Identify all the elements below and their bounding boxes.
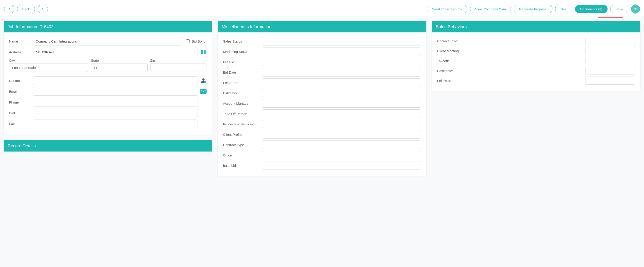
takeoff-input[interactable]	[586, 57, 635, 65]
marketing-status-input[interactable]	[262, 47, 421, 56]
name-label: Name	[9, 39, 30, 43]
city-label: City	[9, 59, 88, 62]
toolbar-left: Back	[4, 5, 48, 13]
fax-label: Fax	[9, 122, 30, 126]
misc-info-body: Sales Status Marketing Status Pre Bid Bi…	[218, 33, 426, 176]
save-button[interactable]: Save	[610, 5, 628, 13]
contract-type-label: Contract Type	[223, 143, 259, 147]
estimator-input[interactable]	[262, 89, 421, 97]
office-label: Office	[223, 153, 259, 157]
record-details-header: Record Details	[4, 140, 212, 151]
more-actions-button[interactable]	[631, 5, 640, 14]
zip-label: Zip	[150, 59, 207, 62]
estimator-label: Estimator	[223, 91, 259, 95]
followup-label: Follow up:	[437, 79, 582, 83]
pre-bid-label: Pre Bid	[223, 60, 259, 64]
misc-info-header: Miscellaneous Information	[218, 21, 426, 33]
add-contact-button[interactable]	[200, 78, 207, 84]
sales-behaviors-header: Sales Behaviors	[432, 21, 640, 33]
send-dataforma-button[interactable]: Send To DataForma	[427, 5, 467, 13]
base-bid-input[interactable]	[262, 161, 421, 170]
envelope-icon	[200, 89, 206, 94]
office-input[interactable]	[262, 151, 421, 159]
email-input[interactable]	[33, 87, 198, 96]
nav-prev-button[interactable]	[4, 5, 14, 13]
job-information-header: Job Information ID-6402	[4, 21, 212, 33]
toolbar-right: Send To DataForma View Company Cam Gener…	[427, 5, 640, 14]
right-column: Sales Behaviors Contact Lead: Client Mee…	[432, 21, 640, 96]
products-services-input[interactable]	[262, 120, 421, 128]
zip-input[interactable]	[150, 63, 207, 72]
takeoff-person-label: Take Off Person	[223, 112, 259, 116]
address-input[interactable]	[33, 48, 198, 56]
followup-input[interactable]	[586, 77, 635, 85]
documents-button[interactable]: Documents (2)	[575, 5, 607, 13]
nav-next-button[interactable]	[38, 5, 48, 13]
contract-type-input[interactable]	[262, 140, 421, 149]
phone-input[interactable]	[33, 98, 198, 107]
account-manager-label: Account Manager	[223, 102, 259, 105]
add-user-icon	[200, 78, 206, 84]
new-button[interactable]: New	[555, 5, 572, 13]
contact-input[interactable]	[33, 76, 198, 85]
client-profile-label: Client Profile	[223, 133, 259, 136]
address-label: Address	[9, 50, 30, 54]
bid-bond-label: Bid Bond	[192, 39, 206, 43]
name-input[interactable]	[33, 37, 183, 46]
client-meeting-label: Client Meeting:	[437, 49, 582, 53]
back-button[interactable]: Back	[17, 5, 35, 13]
client-profile-input[interactable]	[262, 130, 421, 139]
middle-column: Miscellaneous Information Sales Status M…	[218, 21, 426, 181]
generate-proposal-button[interactable]: Generate Proposal	[514, 5, 552, 13]
sales-status-input[interactable]	[262, 37, 421, 46]
cell-label: Cell	[9, 111, 30, 115]
map-button[interactable]	[200, 49, 207, 55]
job-information-card: Job Information ID-6402 Name Bid Bond Ad…	[4, 21, 212, 135]
state-input[interactable]	[91, 63, 148, 72]
send-email-button[interactable]	[200, 89, 207, 94]
city-input[interactable]	[9, 63, 88, 72]
phone-label: Phone	[9, 100, 30, 104]
sales-behaviors-body: Contact Lead: Client Meeting: Takeoff: E…	[432, 33, 640, 91]
left-column: Job Information ID-6402 Name Bid Bond Ad…	[4, 21, 212, 157]
misc-info-card: Miscellaneous Information Sales Status M…	[218, 21, 426, 176]
lead-from-label: Lead From	[223, 81, 259, 85]
sales-behaviors-card: Sales Behaviors Contact Lead: Client Mee…	[432, 21, 640, 91]
takeoff-person-input[interactable]	[262, 109, 421, 118]
bid-date-label: Bid Date	[223, 71, 259, 74]
view-companycam-button[interactable]: View Company Cam	[470, 5, 511, 13]
bid-bond-group[interactable]: Bid Bond	[185, 39, 207, 44]
products-services-label: Products & Services	[223, 122, 259, 126]
contact-lead-input[interactable]	[586, 37, 635, 45]
pre-bid-input[interactable]	[262, 58, 421, 66]
lead-from-input[interactable]	[262, 78, 421, 87]
caret-down-icon	[634, 8, 636, 10]
contact-lead-label: Contact Lead:	[437, 39, 582, 43]
account-manager-input[interactable]	[262, 99, 421, 108]
cell-input[interactable]	[33, 109, 198, 117]
state-label: State	[91, 59, 148, 62]
contact-label: Contact	[9, 79, 30, 83]
fax-input[interactable]	[33, 120, 198, 128]
bid-bond-checkbox[interactable]	[186, 39, 190, 43]
record-details-card: Record Details	[4, 140, 212, 151]
base-bid-label: base bid	[223, 164, 259, 167]
bid-date-input[interactable]	[262, 68, 421, 77]
estimate-label: Eastimate:	[437, 69, 582, 73]
takeoff-label: Takeoff:	[437, 59, 582, 63]
estimate-input[interactable]	[586, 67, 635, 75]
sales-status-label: Sales Status	[223, 39, 259, 43]
chevron-right-icon	[42, 7, 44, 12]
chevron-left-icon	[8, 7, 10, 12]
map-icon	[200, 49, 206, 55]
toolbar: Back Send To DataForma View Company Cam …	[0, 0, 644, 16]
main-columns: Job Information ID-6402 Name Bid Bond Ad…	[0, 18, 644, 185]
email-label: Email	[9, 90, 30, 93]
marketing-status-label: Marketing Status	[223, 50, 259, 54]
job-information-body: Name Bid Bond Address Cit	[4, 33, 212, 135]
client-meeting-input[interactable]	[586, 47, 635, 55]
